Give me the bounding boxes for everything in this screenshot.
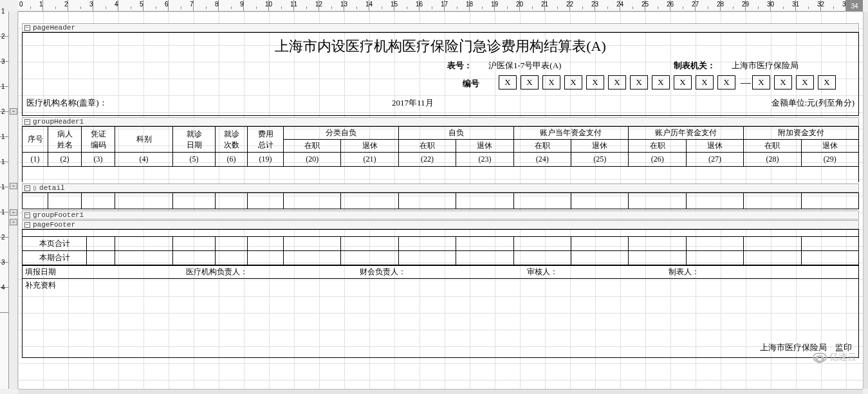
- detail-cell: [687, 193, 744, 209]
- collapse-icon[interactable]: −: [24, 25, 30, 31]
- bianhao-box: X: [818, 75, 836, 89]
- fill-date: 填报日期: [23, 267, 183, 277]
- scrollbar-horizontal[interactable]: [18, 389, 863, 394]
- scrollbar-vertical[interactable]: [863, 12, 868, 389]
- num-col: (3): [82, 153, 115, 167]
- num-col: (29): [802, 153, 858, 167]
- sub-col: 退休: [456, 140, 513, 153]
- total-label: 本页合计: [23, 237, 87, 251]
- zhibiao-value: 上海市医疗保险局: [732, 60, 799, 71]
- biaohao-value: 沪医保1-7号甲表(A): [488, 60, 561, 71]
- bianhao-box: X: [652, 75, 670, 89]
- col-seq: 序号: [23, 127, 48, 153]
- bianhao-label: 编号: [463, 78, 479, 89]
- detail-cell: [284, 193, 341, 209]
- num-col: (21): [341, 153, 398, 167]
- biaohao-label: 表号：: [447, 60, 472, 71]
- detail-cell: [248, 193, 284, 209]
- sub-col: 退休: [687, 140, 744, 153]
- collapse-icon[interactable]: −: [24, 119, 30, 125]
- ruler-horizontal[interactable]: 0123456789101112131415161718192021222324…: [18, 0, 863, 12]
- col-name: 病人 姓名: [48, 127, 82, 153]
- ruler-vertical[interactable]: 123121111234: [0, 12, 9, 389]
- collapse-icon[interactable]: −: [24, 222, 30, 228]
- num-col: (19): [248, 153, 284, 167]
- detail-cell: [456, 193, 513, 209]
- col-code: 凭证 编码: [82, 127, 115, 153]
- db-icon: ▯: [33, 184, 37, 192]
- bianhao-box: X: [608, 75, 626, 89]
- bianhao-boxes: XXXXXXXXXXX—XXXX: [499, 75, 840, 89]
- num-col: (24): [514, 153, 571, 167]
- bianhao-box: X: [499, 75, 517, 89]
- org-label: 医疗机构名称(盖章)：: [26, 97, 107, 109]
- bianhao-box: X: [752, 75, 770, 89]
- sub-col: 在职: [514, 140, 571, 153]
- collapse-icon[interactable]: −: [24, 185, 30, 191]
- detail-cell: [571, 193, 629, 209]
- bianhao-box: X: [717, 75, 735, 89]
- band-label: pageHeader: [33, 24, 75, 32]
- sub-col: 退休: [341, 140, 398, 153]
- grp-zifu: 自负: [399, 127, 514, 140]
- band-handle[interactable]: =: [10, 108, 17, 115]
- num-col: (2): [48, 153, 82, 167]
- meta-row-3: 医疗机构名称(盖章)： 2017年11月 金额单位:元(列至角分): [23, 95, 858, 111]
- unit: 金额单位:元(列至角分): [771, 97, 854, 109]
- pagefooter-content: 本页合计 本期合计 填报日期 医疗机构负责人： 财会负责人： 审核人： 制表人：…: [22, 229, 859, 358]
- collapse-icon[interactable]: −: [24, 212, 30, 218]
- grp-dangnian: 账户当年资金支付: [514, 127, 629, 140]
- meta-row-2: 编号 XXXXXXXXXXX—XXXX: [23, 74, 858, 95]
- bianhao-box: X: [586, 75, 604, 89]
- band-detail[interactable]: − ▯ detail: [22, 183, 859, 192]
- num-col: (6): [216, 153, 248, 167]
- num-col: (5): [173, 153, 216, 167]
- period: 2017年11月: [392, 97, 434, 109]
- band-label: groupHeader1: [33, 118, 84, 126]
- signature-line: 填报日期 医疗机构负责人： 财会负责人： 审核人： 制表人：: [23, 265, 858, 278]
- fin-resp: 财会负责人：: [357, 267, 524, 277]
- num-col: (22): [399, 153, 456, 167]
- pageheader-content: 上海市内设医疗机构医疗保险门急诊费用构结算表(A) 表号： 沪医保1-7号甲表(…: [22, 32, 859, 116]
- auditor: 审核人：: [524, 267, 666, 277]
- band-groupfooter[interactable]: − groupFooter1: [22, 211, 859, 220]
- detail-cell: [802, 193, 858, 209]
- detail-cell: [514, 193, 571, 209]
- column-header-table: 序号 病人 姓名 凭证 编码 科别 就诊 日期 就诊 次数 费用 总计 分类自负…: [23, 126, 858, 167]
- issuer: 上海市医疗保险局: [760, 342, 827, 352]
- design-canvas[interactable]: − pageHeader 上海市内设医疗机构医疗保险门急诊费用构结算表(A) 表…: [18, 12, 863, 389]
- total-label: 本期合计: [23, 251, 87, 265]
- num-col: (28): [744, 153, 801, 167]
- col-dept: 科别: [115, 127, 173, 153]
- detail-cell: [115, 193, 173, 209]
- detail-cell: [173, 193, 216, 209]
- bianhao-box: X: [796, 75, 814, 89]
- bianhao-box: X: [521, 75, 539, 89]
- num-col: (25): [571, 153, 629, 167]
- sub-col: 在职: [744, 140, 801, 153]
- band-pageheader[interactable]: − pageHeader: [22, 23, 859, 32]
- org-resp: 医疗机构负责人：: [183, 267, 357, 277]
- bianhao-box: X: [542, 75, 560, 89]
- col-date: 就诊 日期: [173, 127, 216, 153]
- band-handle[interactable]: =: [10, 209, 17, 216]
- sub-col: 在职: [399, 140, 456, 153]
- bianhao-box: X: [674, 75, 692, 89]
- bianhao-box: X: [564, 75, 582, 89]
- detail-cell: [629, 193, 686, 209]
- meta-row-1: 表号： 沪医保1-7号甲表(A) 制表机关： 上海市医疗保险局: [23, 57, 858, 74]
- preparer: 制表人：: [666, 267, 858, 277]
- band-rail: = = = =: [9, 12, 18, 389]
- band-handle[interactable]: =: [10, 219, 17, 225]
- detail-cell: [399, 193, 456, 209]
- col-times: 就诊 次数: [216, 127, 248, 153]
- band-label: groupFooter1: [33, 211, 84, 219]
- band-label: pageFooter: [33, 221, 75, 229]
- detail-cell: [216, 193, 248, 209]
- sub-col: 在职: [284, 140, 341, 153]
- band-pagefooter[interactable]: − pageFooter: [22, 220, 859, 229]
- grp-fenlei: 分类自负: [284, 127, 399, 140]
- report-title: 上海市内设医疗机构医疗保险门急诊费用构结算表(A): [23, 33, 858, 57]
- band-groupheader[interactable]: − groupHeader1: [22, 117, 859, 126]
- band-handle[interactable]: =: [10, 183, 17, 189]
